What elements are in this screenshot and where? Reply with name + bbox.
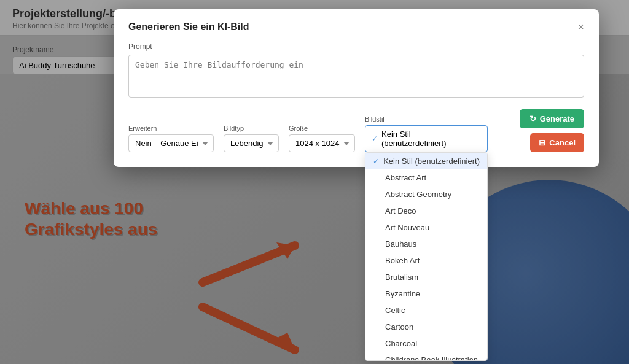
erweitern-select[interactable]: Nein – Genaue Ei	[128, 134, 214, 152]
dropdown-item[interactable]: Art Nouveau	[365, 219, 487, 236]
dropdown-item[interactable]: Celtic	[365, 302, 487, 319]
form-row: Erweitern Nein – Genaue Ei Bildtyp Leben…	[128, 109, 584, 152]
generate-label: Generate	[540, 114, 574, 123]
selected-checkmark: ✓	[372, 134, 378, 143]
modal-header: Generieren Sie ein KI-Bild ×	[128, 21, 584, 33]
dropdown-item[interactable]: Abstract Geometry	[365, 186, 487, 203]
bildstil-dropdown-wrapper: ✓ Kein Stil (benutzerdefiniert) ✓Kein St…	[365, 125, 488, 152]
modal-close-button[interactable]: ×	[577, 21, 584, 33]
item-label: Kein Stil (benutzerdefiniert)	[383, 157, 480, 166]
prompt-textarea[interactable]	[128, 55, 584, 98]
dropdown-item[interactable]: Art Deco	[365, 203, 487, 219]
item-label: Bokeh Art	[385, 256, 420, 265]
item-check-icon: ✓	[373, 157, 380, 166]
item-label: Brutalism	[385, 273, 418, 282]
item-label: Bauhaus	[385, 239, 416, 249]
bildstil-label: Bildstil	[365, 115, 488, 123]
action-buttons: ↻ Generate ⊟ Cancel	[520, 109, 584, 152]
cancel-label: Cancel	[549, 138, 576, 147]
bildstil-dropdown-list[interactable]: ✓Kein Stil (benutzerdefiniert)Abstract A…	[365, 152, 488, 361]
item-label: Celtic	[385, 306, 405, 315]
dropdown-item[interactable]: Childrens Book Illustration	[365, 352, 487, 361]
dropdown-item[interactable]: Charcoal	[365, 335, 487, 352]
generate-icon: ↻	[529, 114, 536, 123]
item-label: Art Deco	[385, 206, 416, 215]
item-label: Cartoon	[385, 322, 413, 331]
groesse-select[interactable]: 1024 x 1024	[289, 134, 355, 152]
prompt-label: Prompt	[128, 42, 584, 51]
cancel-icon: ⊟	[539, 138, 545, 147]
bildtyp-label: Bildtyp	[224, 125, 279, 132]
dropdown-item[interactable]: Bokeh Art	[365, 252, 487, 269]
erweitern-label: Erweitern	[128, 125, 214, 132]
item-label: Byzantine	[385, 289, 420, 298]
dropdown-item[interactable]: Brutalism	[365, 269, 487, 285]
modal-title: Generieren Sie ein KI-Bild	[128, 21, 249, 33]
bildtyp-group: Bildtyp Lebendig	[224, 125, 279, 152]
bildstil-selected-value: Kein Stil (benutzerdefiniert)	[381, 130, 472, 148]
item-label: Abstract Geometry	[385, 190, 451, 199]
item-label: Abstract Art	[385, 173, 426, 182]
dropdown-item[interactable]: Abstract Art	[365, 169, 487, 186]
item-label: Charcoal	[385, 339, 417, 348]
bildstil-dropdown-trigger[interactable]: ✓ Kein Stil (benutzerdefiniert)	[365, 125, 488, 152]
bildtyp-select[interactable]: Lebendig	[224, 134, 279, 152]
dropdown-item[interactable]: Byzantine	[365, 285, 487, 302]
item-label: Art Nouveau	[385, 223, 429, 232]
generate-modal: Generieren Sie ein KI-Bild × Prompt Erwe…	[114, 9, 599, 167]
groesse-label: Größe	[289, 125, 355, 132]
groesse-group: Größe 1024 x 1024	[289, 125, 355, 152]
bildstil-group: Bildstil ✓ Kein Stil (benutzerdefiniert)…	[365, 115, 488, 152]
erweitern-group: Erweitern Nein – Genaue Ei	[128, 125, 214, 152]
dropdown-item[interactable]: ✓Kein Stil (benutzerdefiniert)	[365, 153, 487, 169]
dropdown-item[interactable]: Bauhaus	[365, 236, 487, 252]
cancel-button[interactable]: ⊟ Cancel	[530, 133, 584, 152]
generate-button[interactable]: ↻ Generate	[520, 109, 584, 128]
item-label: Childrens Book Illustration	[385, 355, 478, 361]
dropdown-item[interactable]: Cartoon	[365, 319, 487, 335]
